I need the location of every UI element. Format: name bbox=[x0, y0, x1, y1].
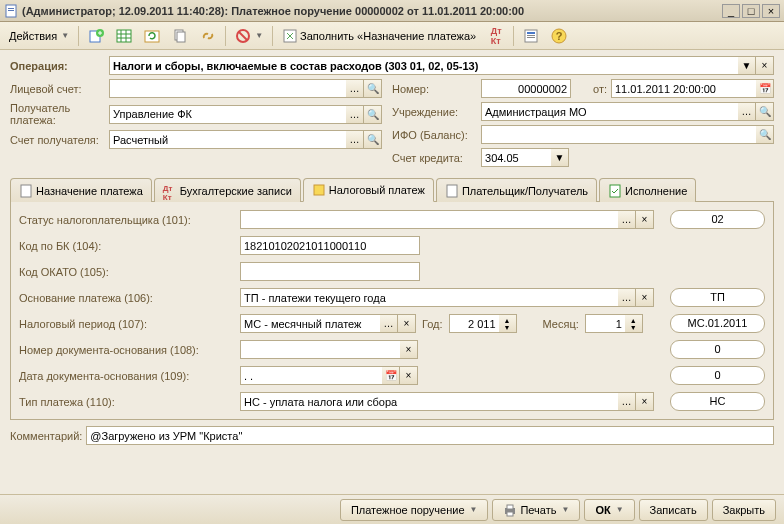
number-field[interactable] bbox=[481, 79, 571, 98]
print-button[interactable]: Печать▼ bbox=[492, 499, 580, 521]
docnum-label: Номер документа-основания (108): bbox=[19, 344, 234, 356]
period-select-button[interactable]: … bbox=[380, 314, 398, 333]
docnum-clear-button[interactable]: × bbox=[400, 340, 418, 359]
tool-help-icon[interactable]: ? bbox=[546, 25, 572, 47]
type-clear-button[interactable]: × bbox=[636, 392, 654, 411]
kbk-field[interactable] bbox=[240, 236, 420, 255]
docdate-calendar-button[interactable]: 📅 bbox=[382, 366, 400, 385]
svg-rect-18 bbox=[314, 185, 324, 195]
credit-field[interactable] bbox=[481, 148, 551, 167]
account-search-button[interactable]: 🔍 bbox=[364, 79, 382, 98]
operation-label: Операция: bbox=[10, 60, 105, 72]
payee-field[interactable] bbox=[109, 105, 346, 124]
account-field[interactable] bbox=[109, 79, 346, 98]
close-window-button[interactable]: × bbox=[762, 4, 780, 18]
docdate-clear-button[interactable]: × bbox=[400, 366, 418, 385]
ifo-label: ИФО (Баланс): bbox=[392, 129, 477, 141]
svg-rect-23 bbox=[507, 512, 513, 516]
svg-text:?: ? bbox=[556, 30, 563, 42]
month-stepper[interactable]: ▲▼ bbox=[625, 314, 643, 333]
basis-field[interactable] bbox=[240, 288, 618, 307]
docdate-field[interactable] bbox=[240, 366, 382, 385]
period-label: Налоговый период (107): bbox=[19, 318, 234, 330]
ok-button[interactable]: ОК▼ bbox=[584, 499, 634, 521]
operation-dropdown-button[interactable]: ▼ bbox=[738, 56, 756, 75]
okato-label: Код ОКАТО (105): bbox=[19, 266, 234, 278]
status-label: Статус налогоплательщика (101): bbox=[19, 214, 234, 226]
window-title: (Администратор; 12.09.2011 11:40:28): Пл… bbox=[22, 5, 722, 17]
comment-label: Комментарий: bbox=[10, 430, 82, 442]
org-search-button[interactable]: 🔍 bbox=[756, 102, 774, 121]
docdate-label: Дата документа-основания (109): bbox=[19, 370, 234, 382]
svg-rect-12 bbox=[527, 32, 535, 34]
printer-icon bbox=[503, 503, 517, 517]
docnum-field[interactable] bbox=[240, 340, 400, 359]
org-field[interactable] bbox=[481, 102, 738, 121]
svg-rect-1 bbox=[8, 8, 14, 9]
tool-refresh-icon[interactable] bbox=[139, 25, 165, 47]
payee-account-search-button[interactable]: 🔍 bbox=[364, 130, 382, 149]
payee-search-button[interactable]: 🔍 bbox=[364, 105, 382, 124]
minimize-button[interactable]: _ bbox=[722, 4, 740, 18]
payee-select-button[interactable]: … bbox=[346, 105, 364, 124]
fill-purpose-button[interactable]: Заполнить «Назначение платежа» bbox=[277, 25, 481, 47]
payment-order-button[interactable]: Платежное поручение▼ bbox=[340, 499, 489, 521]
tool-link-icon[interactable] bbox=[195, 25, 221, 47]
year-stepper[interactable]: ▲▼ bbox=[499, 314, 517, 333]
basis-label: Основание платежа (106): bbox=[19, 292, 234, 304]
credit-dropdown-button[interactable]: ▼ bbox=[551, 148, 569, 167]
type-label: Тип платежа (110): bbox=[19, 396, 234, 408]
ifo-field[interactable] bbox=[481, 125, 756, 144]
period-result: МС.01.2011 bbox=[670, 314, 765, 333]
ifo-search-button[interactable]: 🔍 bbox=[756, 125, 774, 144]
tool-deny-icon[interactable]: ▼ bbox=[230, 25, 268, 47]
toolbar: Действия▼ ▼ Заполнить «Назначение платеж… bbox=[0, 22, 784, 50]
document-icon bbox=[19, 184, 33, 198]
tool-properties-icon[interactable] bbox=[518, 25, 544, 47]
period-field[interactable] bbox=[240, 314, 380, 333]
svg-rect-2 bbox=[8, 10, 14, 11]
tab-tax-payment[interactable]: Налоговый платеж bbox=[303, 178, 434, 202]
account-select-button[interactable]: … bbox=[346, 79, 364, 98]
credit-label: Счет кредита: bbox=[392, 152, 477, 164]
close-button[interactable]: Закрыть bbox=[712, 499, 776, 521]
status-clear-button[interactable]: × bbox=[636, 210, 654, 229]
docdate-result: 0 bbox=[670, 366, 765, 385]
tool-copy-icon[interactable] bbox=[167, 25, 193, 47]
month-field[interactable] bbox=[585, 314, 625, 333]
payer-icon bbox=[445, 184, 459, 198]
actions-menu[interactable]: Действия▼ bbox=[4, 25, 74, 47]
tab-payer[interactable]: Плательщик/Получатель bbox=[436, 178, 597, 202]
basis-select-button[interactable]: … bbox=[618, 288, 636, 307]
payee-account-field[interactable] bbox=[109, 130, 346, 149]
operation-field[interactable] bbox=[109, 56, 738, 75]
status-select-button[interactable]: … bbox=[618, 210, 636, 229]
svg-rect-5 bbox=[117, 30, 131, 42]
date-calendar-button[interactable]: 📅 bbox=[756, 79, 774, 98]
org-select-button[interactable]: … bbox=[738, 102, 756, 121]
status-field[interactable] bbox=[240, 210, 618, 229]
svg-rect-22 bbox=[507, 505, 513, 509]
period-clear-button[interactable]: × bbox=[398, 314, 416, 333]
svg-rect-8 bbox=[177, 32, 185, 42]
comment-field[interactable] bbox=[86, 426, 774, 445]
dk-icon: ДтКт bbox=[163, 184, 177, 198]
tool-add-icon[interactable] bbox=[83, 25, 109, 47]
save-button[interactable]: Записать bbox=[639, 499, 708, 521]
basis-clear-button[interactable]: × bbox=[636, 288, 654, 307]
type-select-button[interactable]: … bbox=[618, 392, 636, 411]
tab-accounting[interactable]: ДтКтБухгалтерские записи bbox=[154, 178, 301, 202]
tab-purpose[interactable]: Назначение платежа bbox=[10, 178, 152, 202]
payee-account-select-button[interactable]: … bbox=[346, 130, 364, 149]
tool-dk-icon[interactable]: ДтКт bbox=[483, 25, 509, 47]
basis-result: ТП bbox=[670, 288, 765, 307]
okato-field[interactable] bbox=[240, 262, 420, 281]
year-field[interactable] bbox=[449, 314, 499, 333]
month-label: Месяц: bbox=[543, 318, 579, 330]
maximize-button[interactable]: □ bbox=[742, 4, 760, 18]
operation-clear-button[interactable]: × bbox=[756, 56, 774, 75]
tool-spreadsheet-icon[interactable] bbox=[111, 25, 137, 47]
type-field[interactable] bbox=[240, 392, 618, 411]
tab-execution[interactable]: Исполнение bbox=[599, 178, 696, 202]
date-field[interactable] bbox=[611, 79, 756, 98]
